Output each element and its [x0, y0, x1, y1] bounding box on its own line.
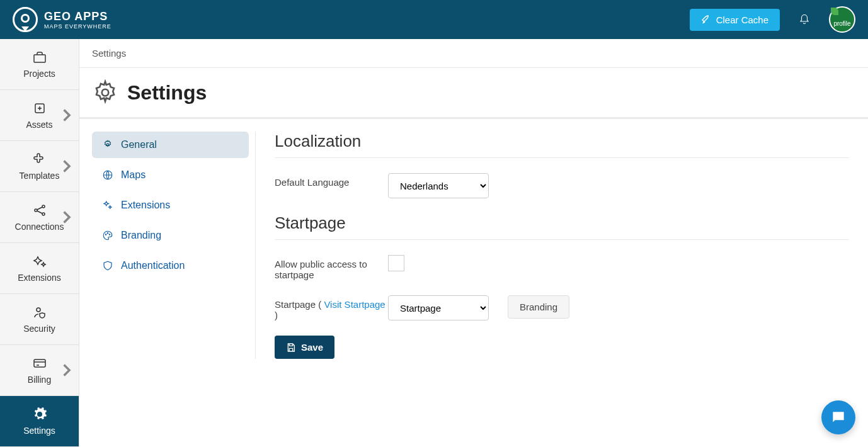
clear-cache-button[interactable]: Clear Cache [690, 9, 780, 31]
svg-point-3 [42, 205, 45, 208]
sidebar-item-assets[interactable]: Assets [0, 90, 79, 141]
chat-icon [830, 409, 847, 426]
chat-fab[interactable] [821, 400, 855, 434]
globe-icon [102, 169, 113, 181]
sidebar-item-connections[interactable]: Connections [0, 192, 79, 243]
chevron-right-icon [59, 363, 74, 378]
sidebar-item-billing[interactable]: Billing [0, 345, 79, 396]
startpage-heading: Startpage [275, 213, 849, 240]
svg-point-7 [102, 89, 109, 96]
main-sidebar: Projects Assets Templates Connections Ex… [0, 39, 79, 447]
puzzle-icon [32, 152, 47, 167]
sparkle-icon [32, 254, 47, 269]
brand-subtitle: MAPS EVERYWHERE [44, 23, 111, 30]
sidebar-item-settings[interactable]: Settings [0, 396, 79, 447]
localization-heading: Localization [275, 132, 849, 158]
subnav-branding[interactable]: Branding [92, 222, 249, 249]
default-language-label: Default Language [275, 173, 388, 188]
svg-rect-6 [34, 359, 45, 367]
startpage-label: Startpage ( Visit Startpage ) [275, 295, 388, 320]
briefcase-icon [32, 50, 47, 65]
svg-point-12 [109, 234, 110, 235]
rocket-icon [701, 14, 711, 25]
leaf-icon [831, 8, 838, 15]
sidebar-item-security[interactable]: Security [0, 294, 79, 345]
sparkle-icon [102, 200, 113, 211]
gear-icon [32, 407, 47, 422]
allow-public-checkbox[interactable] [388, 255, 404, 271]
startpage-select[interactable]: Startpage [388, 295, 489, 320]
gear-icon [102, 139, 113, 150]
shield-icon [102, 260, 113, 271]
save-icon [286, 342, 296, 353]
breadcrumb: Settings [79, 39, 868, 68]
gear-icon [92, 79, 118, 106]
sidebar-item-extensions[interactable]: Extensions [0, 243, 79, 294]
logo-pin-icon [13, 7, 38, 32]
svg-point-2 [35, 209, 37, 212]
svg-point-10 [105, 234, 106, 235]
svg-point-11 [107, 233, 108, 234]
subnav-extensions[interactable]: Extensions [92, 192, 249, 218]
card-icon [32, 356, 47, 371]
subnav-maps[interactable]: Maps [92, 162, 249, 188]
default-language-select[interactable]: Nederlands [388, 173, 489, 198]
subnav-authentication[interactable]: Authentication [92, 252, 249, 279]
branding-button[interactable]: Branding [508, 295, 569, 319]
notifications-icon[interactable] [799, 14, 810, 25]
chevron-right-icon [59, 108, 74, 123]
svg-point-5 [37, 308, 40, 312]
save-button[interactable]: Save [275, 336, 334, 359]
chevron-right-icon [59, 159, 74, 174]
allow-public-label: Allow public access to startpage [275, 255, 388, 280]
profile-avatar[interactable]: profile [829, 6, 855, 33]
sidebar-item-templates[interactable]: Templates [0, 141, 79, 192]
svg-point-4 [42, 213, 45, 215]
brand-logo[interactable]: GEO APPS MAPS EVERYWHERE [13, 7, 111, 32]
palette-icon [102, 230, 113, 241]
plus-box-icon [32, 101, 47, 116]
brand-title: GEO APPS [44, 10, 111, 23]
svg-rect-0 [34, 55, 45, 62]
settings-subnav: General Maps Extensions Branding Authent… [92, 132, 256, 359]
user-shield-icon [32, 305, 47, 320]
app-header: GEO APPS MAPS EVERYWHERE Clear Cache pro… [0, 0, 868, 39]
subnav-general[interactable]: General [92, 132, 249, 158]
chevron-right-icon [59, 210, 74, 225]
share-icon [32, 203, 47, 218]
visit-startpage-link[interactable]: Visit Startpage [324, 299, 385, 310]
sidebar-item-projects[interactable]: Projects [0, 39, 79, 90]
page-title: Settings [127, 81, 207, 105]
